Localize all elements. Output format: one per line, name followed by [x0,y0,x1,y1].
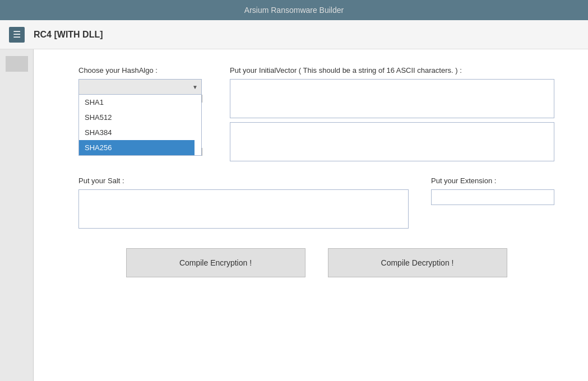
extension-input[interactable] [431,189,554,205]
nav-bar: ☰ RC4 [WITH DLL] [0,20,588,49]
dropdown-arrow-icon: ▼ [192,84,198,90]
compile-encryption-button[interactable]: Compile Encryption ! [126,248,305,277]
content-area: Choose your HashAlgo : ▼ SHA1 SHA512 SHA… [34,49,588,381]
extension-col: Put your Extension : [431,176,554,205]
hash-algo-dropdown-container: ▼ SHA1 SHA512 SHA384 SHA256 [78,79,202,156]
dropdown-item-sha384[interactable]: SHA384 [79,125,195,140]
initial-vector-col: Put your InitialVector ( This should be … [230,66,554,163]
dropdown-item-sha1[interactable]: SHA1 [79,95,195,110]
dropdown-item-sha256[interactable]: SHA256 [79,140,195,155]
compile-decryption-button[interactable]: Compile Decryption ! [328,248,507,277]
salt-label: Put your Salt : [78,176,409,185]
salt-col: Put your Salt : [78,176,409,230]
salt-input[interactable] [78,189,409,229]
bottom-fields-row: Put your Salt : Put your Extension : [78,176,554,230]
main-content: Choose your HashAlgo : ▼ SHA1 SHA512 SHA… [0,49,588,381]
top-row: Choose your HashAlgo : ▼ SHA1 SHA512 SHA… [78,66,554,163]
dropdown-open-list: SHA1 SHA512 SHA384 SHA256 ▲ ▼ [78,95,202,156]
dropdown-list: SHA1 SHA512 SHA384 SHA256 [78,95,202,156]
hamburger-icon[interactable]: ☰ [9,27,25,43]
title-bar: Arsium Ransomware Builder [0,0,588,20]
dropdown-item-sha512[interactable]: SHA512 [79,110,195,125]
app-title: Arsium Ransomware Builder [244,6,344,15]
dropdown-list-inner: SHA1 SHA512 SHA384 SHA256 [79,95,195,155]
initial-vector-input[interactable] [230,79,554,118]
nav-title: RC4 [WITH DLL] [34,30,103,40]
extension-label: Put your Extension : [431,176,554,185]
hash-algo-label: Choose your HashAlgo : [78,66,207,75]
sidebar-block [6,56,28,72]
hash-algo-dropdown-header[interactable]: ▼ [78,79,202,95]
buttons-row: Compile Encryption ! Compile Decryption … [78,248,554,277]
hamburger-lines: ☰ [13,29,21,40]
hash-algo-col: Choose your HashAlgo : ▼ SHA1 SHA512 SHA… [78,66,207,156]
sidebar-strip [0,49,34,381]
second-text-area[interactable] [230,122,554,161]
initial-vector-label: Put your InitialVector ( This should be … [230,66,554,75]
